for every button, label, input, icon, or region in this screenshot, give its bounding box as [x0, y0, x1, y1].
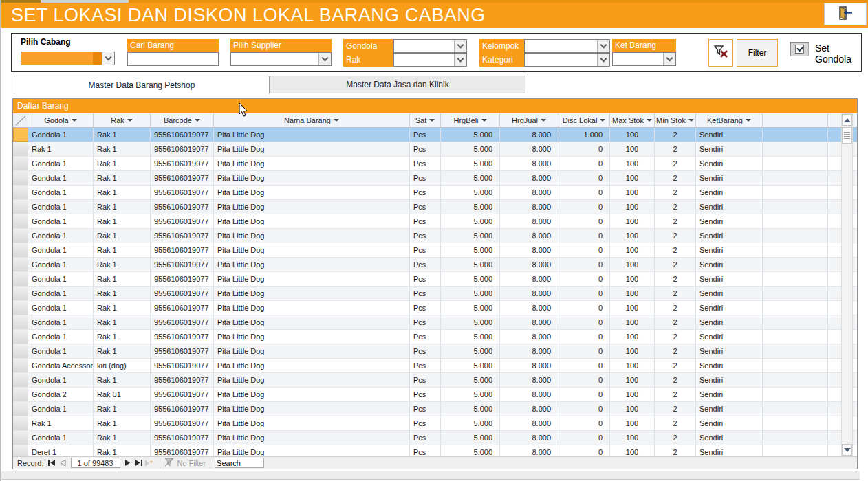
- chevron-down-icon[interactable]: [318, 53, 331, 65]
- cell-gondola[interactable]: Rak 1: [28, 142, 94, 156]
- table-row[interactable]: Gondola 1Rak 19556106019077Pita Little D…: [13, 157, 857, 171]
- cell-disc[interactable]: 0: [558, 200, 610, 214]
- sort-filter-caret-icon[interactable]: [72, 119, 77, 122]
- cell-rak[interactable]: Rak 1: [94, 171, 151, 185]
- cell-minstok[interactable]: 2: [655, 330, 696, 344]
- cell-sat[interactable]: Pcs: [410, 142, 441, 156]
- cell-disc[interactable]: 0: [558, 287, 610, 300]
- cell-rak[interactable]: Rak 1: [94, 315, 151, 329]
- cell-rak[interactable]: Rak 1: [94, 287, 151, 300]
- cell-gondola[interactable]: Gondola 1: [28, 128, 94, 142]
- cell-sat[interactable]: Pcs: [410, 416, 441, 430]
- cell-barcode[interactable]: 9556106019077: [151, 402, 214, 416]
- last-record-button[interactable]: [133, 458, 144, 468]
- row-selector[interactable]: [13, 243, 28, 257]
- row-selector[interactable]: [13, 214, 28, 228]
- row-selector[interactable]: [13, 200, 28, 214]
- rak-combobox[interactable]: [393, 53, 467, 67]
- cell-barcode[interactable]: 9556106019077: [151, 258, 214, 271]
- cell-hrgbeli[interactable]: 5.000: [441, 402, 500, 416]
- table-row[interactable]: Gondola 1Rak 19556106019077Pita Little D…: [13, 315, 857, 330]
- cell-gondola[interactable]: Gondola 1: [28, 287, 94, 300]
- row-selector[interactable]: [13, 344, 28, 358]
- cell-sat[interactable]: Pcs: [410, 272, 441, 286]
- cell-minstok[interactable]: 2: [655, 402, 696, 416]
- cell-ket[interactable]: Sendiri: [696, 388, 763, 401]
- cell-barcode[interactable]: 9556106019077: [151, 373, 214, 387]
- column-header-gondola[interactable]: Godola: [28, 113, 94, 127]
- cell-rak[interactable]: Rak 1: [94, 186, 151, 199]
- cell-maxstok[interactable]: 100: [610, 142, 655, 156]
- cell-sat[interactable]: Pcs: [410, 388, 441, 401]
- cell-maxstok[interactable]: 100: [610, 229, 655, 243]
- table-row[interactable]: Gondola 1Rak 19556106019077Pita Little D…: [13, 344, 857, 359]
- cell-nama[interactable]: Pita Little Dog: [214, 272, 410, 286]
- table-row[interactable]: Gondola 1Rak 19556106019077Pita Little D…: [13, 431, 857, 445]
- cell-disc[interactable]: 0: [558, 373, 610, 387]
- chevron-down-icon[interactable]: [454, 40, 466, 52]
- cell-rak[interactable]: Rak 1: [94, 416, 151, 430]
- cell-nama[interactable]: Pita Little Dog: [214, 373, 410, 387]
- cell-hrgjual[interactable]: 8.000: [500, 431, 558, 445]
- cell-maxstok[interactable]: 100: [610, 186, 655, 199]
- cell-hrgbeli[interactable]: 5.000: [441, 229, 500, 243]
- scroll-up-button[interactable]: [842, 114, 852, 126]
- cell-nama[interactable]: Pita Little Dog: [214, 287, 410, 300]
- cell-maxstok[interactable]: 100: [610, 431, 655, 445]
- cell-hrgjual[interactable]: 8.000: [500, 416, 558, 430]
- cell-ket[interactable]: Sendiri: [696, 214, 763, 228]
- exit-button[interactable]: [824, 3, 867, 25]
- filter-button[interactable]: Filter: [737, 39, 778, 67]
- cell-hrgjual[interactable]: 8.000: [500, 214, 558, 228]
- table-row[interactable]: Gondola 1Rak 19556106019077Pita Little D…: [13, 186, 857, 200]
- cell-hrgjual[interactable]: 8.000: [500, 258, 558, 271]
- next-record-button[interactable]: [122, 458, 133, 468]
- table-row[interactable]: Gondola 1Rak 19556106019077Pita Little D…: [13, 200, 857, 214]
- cell-ket[interactable]: Sendiri: [696, 344, 763, 358]
- cell-disc[interactable]: 0: [558, 359, 610, 372]
- cell-sat[interactable]: Pcs: [410, 128, 441, 142]
- cell-nama[interactable]: Pita Little Dog: [214, 128, 410, 142]
- cell-ket[interactable]: Sendiri: [696, 373, 763, 387]
- row-selector[interactable]: [13, 229, 28, 243]
- cell-maxstok[interactable]: 100: [610, 330, 655, 344]
- chevron-down-icon[interactable]: [663, 53, 675, 65]
- cell-gondola[interactable]: Gondola 1: [28, 330, 94, 344]
- chevron-down-icon[interactable]: [102, 52, 114, 65]
- cell-barcode[interactable]: 9556106019077: [151, 301, 214, 315]
- cell-nama[interactable]: Pita Little Dog: [214, 388, 410, 401]
- cell-hrgbeli[interactable]: 5.000: [441, 157, 500, 170]
- cell-barcode[interactable]: 9556106019077: [151, 344, 214, 358]
- cell-sat[interactable]: Pcs: [410, 330, 441, 344]
- cell-sat[interactable]: Pcs: [410, 214, 441, 228]
- cell-maxstok[interactable]: 100: [610, 171, 655, 185]
- cell-minstok[interactable]: 2: [655, 373, 696, 387]
- column-header-ket[interactable]: KetBarang: [696, 113, 763, 127]
- cell-disc[interactable]: 0: [558, 301, 610, 315]
- cell-disc[interactable]: 0: [558, 445, 610, 456]
- cell-hrgjual[interactable]: 8.000: [500, 157, 558, 170]
- cell-gondola[interactable]: Gondola 1: [28, 402, 94, 416]
- row-selector[interactable]: [13, 301, 28, 315]
- cell-barcode[interactable]: 9556106019077: [151, 416, 214, 430]
- cell-maxstok[interactable]: 100: [610, 258, 655, 271]
- cell-hrgbeli[interactable]: 5.000: [441, 315, 500, 329]
- chevron-down-icon[interactable]: [597, 40, 609, 52]
- cell-ket[interactable]: Sendiri: [696, 359, 763, 372]
- cell-hrgjual[interactable]: 8.000: [500, 142, 558, 156]
- cell-nama[interactable]: Pita Little Dog: [214, 330, 410, 344]
- first-record-button[interactable]: [47, 458, 58, 468]
- cell-gondola[interactable]: Gondola 1: [28, 157, 94, 170]
- cell-minstok[interactable]: 2: [655, 272, 696, 286]
- cell-hrgbeli[interactable]: 5.000: [441, 388, 500, 401]
- cell-sat[interactable]: Pcs: [410, 344, 441, 358]
- cell-minstok[interactable]: 2: [655, 142, 696, 156]
- cell-ket[interactable]: Sendiri: [696, 416, 763, 430]
- table-row[interactable]: Gondola 1Rak 19556106019077Pita Little D…: [13, 171, 857, 186]
- cell-hrgbeli[interactable]: 5.000: [441, 431, 500, 445]
- cell-nama[interactable]: Pita Little Dog: [214, 229, 410, 243]
- tab-master-data-barang-petshop[interactable]: Master Data Barang Petshop: [14, 76, 270, 94]
- chevron-down-icon[interactable]: [454, 54, 466, 66]
- cell-hrgjual[interactable]: 8.000: [500, 287, 558, 300]
- cell-rak[interactable]: Rak 1: [94, 402, 151, 416]
